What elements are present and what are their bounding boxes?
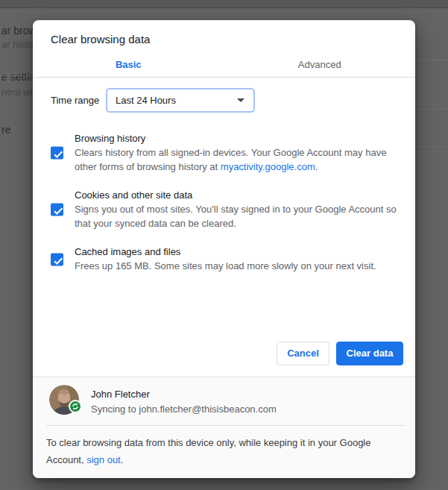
background-divider bbox=[0, 75, 33, 76]
sign-out-link[interactable]: sign out bbox=[86, 454, 121, 465]
tab-basic[interactable]: Basic bbox=[33, 55, 224, 77]
time-range-value: Last 24 Hours bbox=[116, 89, 176, 111]
cookies-checkbox[interactable] bbox=[51, 204, 63, 216]
signout-note-line: To clear browsing data from this device … bbox=[46, 434, 370, 451]
option-description: Clears history from all signed-in device… bbox=[75, 145, 397, 160]
option-description: that your synced data can be cleared. bbox=[75, 216, 397, 230]
checkmark-icon bbox=[52, 148, 65, 161]
sync-badge-icon bbox=[69, 400, 82, 413]
option-label: Cached images and files bbox=[75, 245, 397, 259]
dialog-title: Clear browsing data bbox=[51, 32, 150, 47]
cancel-button[interactable]: Cancel bbox=[277, 342, 329, 365]
option-description: Frees up 165 MB. Some sites may load mor… bbox=[75, 259, 397, 273]
profile-name: John Fletcher bbox=[91, 387, 150, 402]
myactivity-link[interactable]: myactivity.google.com bbox=[221, 161, 315, 172]
time-range-row: Time range Last 24 Hours bbox=[33, 88, 415, 113]
signout-note-text: Account, bbox=[46, 454, 86, 465]
option-description: other forms of browsing history at myact… bbox=[75, 160, 397, 174]
dialog-footer: John Fletcher Syncing to john.fletcher@t… bbox=[33, 377, 415, 478]
browsing-history-checkbox[interactable] bbox=[51, 147, 63, 160]
chevron-down-icon bbox=[237, 98, 244, 102]
option-label: Cookies and other site data bbox=[75, 188, 397, 202]
background-toolbar bbox=[0, 0, 448, 8]
cached-images-checkbox[interactable] bbox=[51, 253, 63, 266]
tab-advanced[interactable]: Advanced bbox=[224, 55, 416, 77]
option-description-text: other forms of browsing history at bbox=[75, 161, 221, 172]
checkmark-icon bbox=[52, 254, 65, 267]
option-description-text: . bbox=[315, 161, 318, 172]
tab-bar: Basic Advanced bbox=[33, 55, 415, 78]
option-row-browsing-history: Browsing history Clears history from all… bbox=[51, 131, 397, 175]
option-row-cached-images: Cached images and files Frees up 165 MB.… bbox=[51, 245, 397, 274]
signout-note: To clear browsing data from this device … bbox=[46, 434, 370, 468]
checkmark-icon bbox=[52, 205, 65, 218]
time-range-select[interactable]: Last 24 Hours bbox=[106, 88, 255, 113]
time-range-label: Time range bbox=[51, 88, 99, 113]
option-description: Signs you out of most sites. You'll stay… bbox=[75, 202, 397, 216]
clear-browsing-data-dialog: Clear browsing data Basic Advanced Time … bbox=[33, 20, 415, 478]
footer-divider bbox=[46, 425, 405, 426]
background-divider bbox=[415, 146, 448, 147]
clear-data-button[interactable]: Clear data bbox=[336, 342, 403, 365]
sync-status: Syncing to john.fletcher@thisisbeacon.co… bbox=[91, 402, 277, 417]
background-divider bbox=[415, 109, 448, 110]
option-label: Browsing history bbox=[75, 131, 397, 145]
background-divider bbox=[415, 60, 448, 60]
option-row-cookies: Cookies and other site data Signs you ou… bbox=[51, 188, 397, 231]
signout-note-text: . bbox=[121, 454, 124, 465]
screen: ar brows ar histor e setting ntrol wha r… bbox=[0, 0, 448, 490]
signout-note-line: Account, sign out. bbox=[46, 451, 370, 468]
background-page-text: ar histor bbox=[1, 39, 37, 50]
background-page-text: re bbox=[1, 124, 10, 136]
